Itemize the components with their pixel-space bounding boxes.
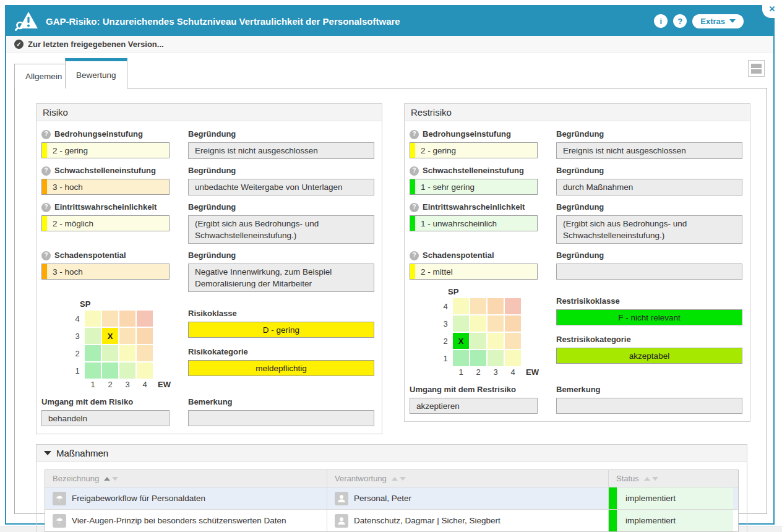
matrix-cell <box>488 315 504 332</box>
layout-icon <box>751 69 762 74</box>
umgang-row: Umgang mit dem Risiko behandeln Bemerkun… <box>37 397 382 426</box>
reason-field[interactable]: durch Maßnahmen <box>556 179 742 195</box>
rating-value-field[interactable]: 2 - gering <box>410 142 538 158</box>
bemerkung-field[interactable] <box>188 410 374 426</box>
matrix-col-label: 4 <box>137 380 153 389</box>
matrix-cell <box>102 311 118 327</box>
rating-color-bar <box>410 264 415 279</box>
help-icon[interactable]: ? <box>41 203 51 212</box>
matrix-cell <box>119 345 135 361</box>
question-icon[interactable]: ? <box>673 14 687 28</box>
matrix-cell <box>137 311 153 327</box>
responsible-names: Personal, Peter <box>354 494 411 503</box>
rating-color-bar <box>42 143 47 158</box>
reason-field[interactable]: unbedachte Weitergabe von Unterlagen <box>188 179 374 195</box>
restrisiko-groupbox: Restrisiko ?Bedrohungseinstufung 2 - ger… <box>404 103 750 422</box>
restrisikokategorie-value: akzeptabel <box>556 348 742 364</box>
rating-value: 1 - unwahrscheinlich <box>421 219 497 228</box>
help-icon[interactable]: ? <box>410 203 419 212</box>
column-header-bezeichnung[interactable]: Bezeichnung <box>45 470 327 487</box>
reason-label: Begründung <box>556 129 604 140</box>
matrix-row-label: 3 <box>439 319 452 328</box>
rating-value-field[interactable]: 2 - mittel <box>410 264 538 280</box>
sort-desc-icon <box>400 477 406 481</box>
matrix-col-label: 1 <box>85 380 101 389</box>
tab-bewertung[interactable]: Bewertung <box>65 58 127 88</box>
collapse-triangle-icon <box>44 451 51 455</box>
version-link-label: Zur letzten freigegebenen Version... <box>28 40 164 49</box>
table-row[interactable]: ☂Freigabeworkflow für PersonaldatenPerso… <box>45 487 738 509</box>
matrix-cell <box>488 298 504 314</box>
reason-field[interactable]: Ereignis ist nicht ausgeschlossen <box>556 142 742 159</box>
matrix-y-axis-label: SP <box>80 299 90 309</box>
rating-value-field[interactable]: 1 - sehr gering <box>410 179 538 195</box>
chevron-down-icon <box>729 19 736 23</box>
rating-value-field[interactable]: 3 - hoch <box>41 264 170 280</box>
reason-label: Begründung <box>188 129 236 140</box>
bemerkung-field[interactable] <box>556 398 742 414</box>
umgang-field[interactable]: behandeln <box>41 410 170 426</box>
column-header-verantwortung[interactable]: Verantwortung <box>327 470 608 487</box>
rating-row: ?Schadenspotential 3 - hoch Begründung N… <box>37 250 382 292</box>
rating-value-field[interactable]: 3 - hoch <box>41 179 170 195</box>
extras-button[interactable]: Extras <box>692 14 744 28</box>
tab-content-bewertung: Risiko ?Bedrohungseinstufung 2 - gering … <box>14 88 767 514</box>
reason-field[interactable]: (Ergibt sich aus Bedrohungs- und Schwach… <box>556 215 742 244</box>
rating-color-bar <box>410 179 415 194</box>
rating-label: Schadenspotential <box>54 250 126 261</box>
matrix-cell <box>453 315 469 332</box>
title-bar: GAP-Risiko: Unzureichendes Schutzniveau … <box>6 6 773 36</box>
rating-value: 2 - möglich <box>53 219 93 228</box>
klasse-label: Risikoklasse <box>188 308 237 319</box>
measure-umbrella-icon: ☂ <box>53 492 66 505</box>
rating-value-field[interactable]: 2 - gering <box>41 142 170 158</box>
rating-color-bar <box>42 264 47 279</box>
column-label: Bezeichnung <box>53 474 99 483</box>
status-text: implementiert <box>617 494 676 503</box>
help-icon[interactable]: ? <box>41 130 51 139</box>
help-icon[interactable]: ? <box>41 251 51 260</box>
help-icon[interactable]: ? <box>41 166 51 176</box>
rating-color-bar <box>42 216 47 231</box>
matrix-col-label: 3 <box>119 380 135 389</box>
table-row[interactable]: ☂Vier-Augen-Prinzip bei besonders schütz… <box>45 509 738 531</box>
column-header-status[interactable]: Status <box>608 470 738 487</box>
help-icon[interactable]: ? <box>410 251 419 260</box>
matrix-marker-cell: X <box>453 333 469 349</box>
matrix-y-axis-label: SP <box>448 287 458 297</box>
reason-field[interactable]: Ereignis ist nicht ausgeschlossen <box>188 142 374 159</box>
reason-label: Begründung <box>188 165 236 176</box>
matrix-cell <box>85 328 101 344</box>
help-icon[interactable]: ? <box>410 130 419 139</box>
layout-toggle-button[interactable] <box>748 60 765 77</box>
rating-value-field[interactable]: 2 - möglich <box>41 215 170 231</box>
close-button[interactable]: ✕ <box>762 0 782 18</box>
bemerkung-label: Bemerkung <box>556 384 601 395</box>
rating-value-field[interactable]: 1 - unwahrscheinlich <box>410 215 538 231</box>
reason-label: Begründung <box>556 165 604 176</box>
sort-asc-icon <box>104 477 110 481</box>
matrix-row-label: 2 <box>439 337 452 346</box>
matrix-cell <box>137 363 153 379</box>
rating-row: ?Schwachstelleneinstufung 3 - hoch Begrü… <box>37 165 382 195</box>
reason-field[interactable] <box>556 264 742 280</box>
tab-allgemein[interactable]: Allgemein <box>14 64 73 88</box>
matrix-col-label: 3 <box>488 367 504 377</box>
reason-field[interactable]: Negative Innenwirkung, zum Beispiel Demo… <box>188 264 374 292</box>
kategorie-label: Risikokategorie <box>188 346 248 358</box>
rating-label: Schwachstelleneinstufung <box>54 165 156 176</box>
info-icon[interactable]: i <box>654 14 668 28</box>
rating-row: ?Schwachstelleneinstufung 1 - sehr gerin… <box>405 165 750 195</box>
sort-asc-icon <box>644 477 650 481</box>
rating-value: 3 - hoch <box>53 267 83 277</box>
person-icon <box>335 492 348 505</box>
version-link[interactable]: ✓ Zur letzten freigegebenen Version... <box>6 36 773 53</box>
matrix-cell <box>137 345 153 361</box>
help-icon[interactable]: ? <box>410 166 419 176</box>
reason-field[interactable]: (Ergibt sich aus Bedrohungs- und Schwach… <box>188 215 374 244</box>
rating-row: ?Eintrittswahrscheinlichkeit 1 - unwahrs… <box>405 202 750 244</box>
massnahmen-groupbox: Maßnahmen Bezeichnung Verantwortung Stat… <box>36 444 747 532</box>
massnahmen-collapse-header[interactable]: Maßnahmen <box>37 445 747 462</box>
umgang-field[interactable]: akzeptieren <box>410 398 538 414</box>
risk-warning-icon <box>15 11 40 32</box>
